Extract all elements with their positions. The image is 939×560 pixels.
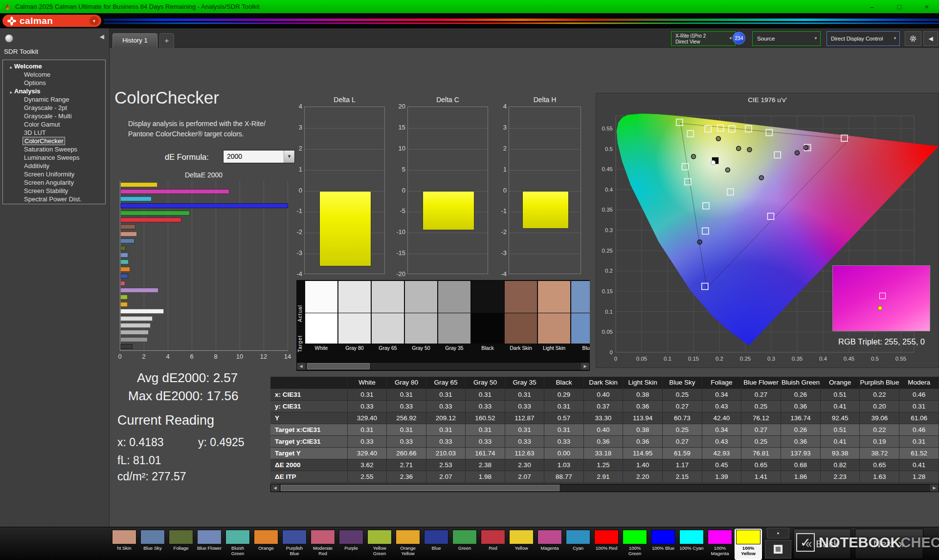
nav-section-analysis[interactable]: ▴Analysis — [3, 87, 105, 95]
display-control-dropdown[interactable]: Direct Display Control ▼ — [827, 31, 900, 46]
patch-button-blue-sky[interactable]: Blue Sky — [140, 530, 165, 559]
scroll-right-icon[interactable]: ▶ — [581, 363, 589, 370]
page-description-line2: Pantone ColorChecker® target colors. — [128, 129, 266, 139]
sidebar-item-color-gamut[interactable]: Color Gamut — [3, 120, 105, 129]
patch-button-foliage[interactable]: Foliage — [168, 530, 194, 559]
patch-button-100-cyan[interactable]: 100% Cyan — [679, 530, 704, 559]
table-cell: 0.33 — [347, 435, 386, 447]
patch-button-magenta[interactable]: Magenta — [537, 530, 562, 559]
logo-menu-button[interactable]: ▾ — [89, 16, 99, 25]
patch-button-green[interactable]: Green — [452, 530, 477, 559]
source-dropdown[interactable]: Source ▼ — [752, 31, 821, 46]
patch-button-cyan[interactable]: Cyan — [565, 530, 591, 559]
patch-color-swatch — [481, 530, 505, 544]
scrollbar-thumb[interactable] — [281, 485, 559, 491]
sidebar-item-screen-angularity[interactable]: Screen Angularity — [3, 178, 105, 187]
nav-section-welcome[interactable]: ▴Welcome — [3, 62, 105, 70]
meter-count-badge[interactable]: 234 — [733, 32, 745, 44]
sidebar-item-grayscale-multi[interactable]: Grayscale - Multi — [3, 112, 105, 120]
collapse-right-panel-button[interactable]: ◀ — [923, 31, 938, 46]
sidebar-item-options[interactable]: Options — [3, 79, 105, 87]
row-label: Target Y — [270, 447, 347, 459]
table-cell: 33.18 — [583, 447, 623, 459]
rgb-triplet-preview — [832, 265, 930, 331]
patch-color-swatch — [169, 530, 193, 544]
scroll-left-icon[interactable]: ◀ — [297, 363, 305, 370]
nav-item-label: ColorChecker — [22, 137, 65, 145]
close-icon[interactable]: × — [921, 3, 932, 11]
patch-button-ht-skin[interactable]: ht Skin — [112, 530, 137, 559]
patch-button-100-red[interactable]: 100% Red — [594, 530, 619, 559]
patch-button-red[interactable]: Red — [480, 530, 506, 559]
patch-button-orange-yellow[interactable]: Orange Yellow — [395, 530, 421, 559]
scroll-right-icon[interactable]: ▶ — [930, 484, 939, 492]
patch-button-orange[interactable]: Orange — [253, 530, 279, 559]
deltae-bar-magenta — [120, 189, 229, 194]
table-row-target-y-cie31: Target y:CIE310.330.330.330.330.330.330.… — [270, 435, 939, 447]
table-cell: 209.12 — [426, 412, 466, 424]
tree-collapse-icon[interactable]: ▴ — [10, 90, 12, 94]
patch-button-100-yellow[interactable]: 100% Yellow — [736, 530, 761, 559]
deltae-bar-red — [120, 217, 181, 222]
sidebar-nav-button[interactable] — [5, 34, 13, 43]
patch-button-100-blue[interactable]: 100% Blue — [650, 530, 676, 559]
column-header-gray-50: Gray 50 — [466, 377, 505, 388]
sidebar-item-colorchecker[interactable]: ColorChecker — [3, 137, 105, 145]
patch-button-yellow-green[interactable]: Yellow Green — [367, 530, 392, 559]
patch-button-blue[interactable]: Blue — [424, 530, 449, 559]
sidebar-item-welcome[interactable]: Welcome — [3, 70, 105, 79]
row-label: Target y:CIE31 — [270, 435, 347, 447]
deltae-bar-yellow-green — [120, 295, 128, 300]
sidebar-item-screen-stability[interactable]: Screen Stability — [3, 187, 105, 195]
patch-button-100-green[interactable]: 100% Green — [622, 530, 648, 559]
patch-button-bluish-green[interactable]: Bluish Green — [225, 530, 250, 559]
maximize-icon[interactable]: □ — [894, 3, 905, 11]
patch-button-purplish-blue[interactable]: Purplish Blue — [282, 530, 307, 559]
scroll-left-icon[interactable]: ◀ — [271, 484, 279, 492]
calman-logo[interactable]: calman ▾ — [2, 15, 101, 27]
sidebar-item-additivity[interactable]: Additivity — [3, 162, 105, 170]
patch-button-yellow[interactable]: Yellow — [509, 530, 534, 559]
nav-item-label: Screen Uniformity — [22, 171, 76, 178]
patch-button-blue-flower[interactable]: Blue Flower — [197, 530, 222, 559]
add-tab-button[interactable]: + — [159, 33, 174, 48]
sidebar-item-dynamic-range[interactable]: Dynamic Range — [3, 95, 105, 104]
sidebar-item-saturation-sweeps[interactable]: Saturation Sweeps — [3, 145, 105, 153]
sidebar-item-grayscale-2pt[interactable]: Grayscale - 2pt — [3, 104, 105, 112]
table-cell: 1.40 — [623, 459, 663, 471]
patch-button-label: Blue Sky — [140, 546, 165, 551]
axis-tick-label: 0.35 — [602, 207, 613, 213]
sidebar-item-luminance-sweeps[interactable]: Luminance Sweeps — [3, 153, 105, 162]
axis-tick-label: -15 — [391, 249, 405, 257]
table-scrollbar[interactable]: ◀ ▶ — [270, 484, 939, 492]
sidebar-item-3d-lut[interactable]: 3D LUT — [3, 129, 105, 137]
table-cell: 0.27 — [741, 424, 781, 435]
scrollbar-thumb[interactable] — [307, 363, 370, 369]
check-icon: ✓ — [800, 535, 811, 550]
tree-collapse-icon[interactable]: ▴ — [10, 65, 12, 69]
de-formula-select[interactable]: 2000 ▼ — [223, 150, 295, 163]
table-cell: 0.20 — [860, 400, 899, 412]
patch-button-purple[interactable]: Purple — [338, 530, 364, 559]
tab-history-1[interactable]: History 1 — [112, 33, 157, 48]
sidebar-item-screen-uniformity[interactable]: Screen Uniformity — [3, 170, 105, 178]
table-cell: 0.40 — [583, 424, 623, 435]
deltae-bar-gray-35 — [120, 337, 148, 342]
table-cell: 2.91 — [583, 471, 623, 482]
table-cell: 1.41 — [741, 471, 781, 482]
settings-button[interactable] — [905, 31, 921, 46]
patch-color-swatch — [509, 530, 534, 544]
table-cell: 260.66 — [387, 447, 426, 459]
patch-button-moderate-red[interactable]: Moderate Red — [310, 530, 335, 559]
patch-button-100-magenta[interactable]: 100% Magenta — [707, 530, 733, 559]
swatch-scrollbar[interactable]: ◀ ▶ — [296, 362, 590, 370]
meter-dropdown[interactable]: X-Rite i1Pro 2 Direct View ▼ — [671, 31, 736, 46]
meter-line2: Direct View — [675, 39, 727, 45]
stop-button[interactable] — [765, 540, 791, 559]
table-cell: 0.43 — [702, 400, 741, 412]
swatch-label: Black — [471, 345, 504, 351]
minimize-icon[interactable]: – — [867, 3, 877, 11]
sidebar-collapse-icon[interactable]: ◀ — [100, 33, 104, 40]
sidebar-item-spectral-power-dist[interactable]: Spectral Power Dist. — [3, 195, 105, 203]
collapse-bar-button[interactable]: ▲ — [767, 528, 789, 538]
